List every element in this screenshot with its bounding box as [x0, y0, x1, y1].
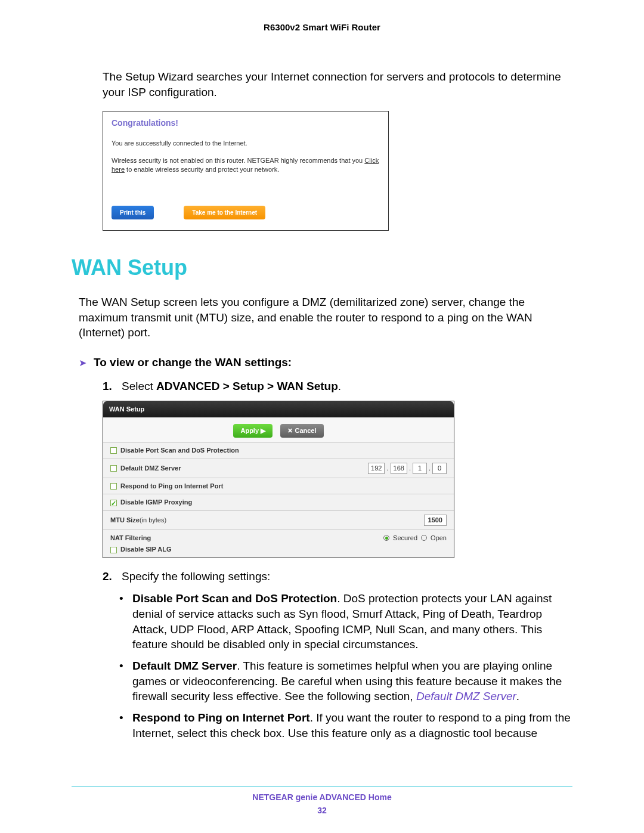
wan-setup-screenshot: WAN Setup Apply ▶ ✕ Cancel Disable Port …	[103, 401, 454, 558]
task-arrow-icon: ➤	[79, 355, 86, 370]
disable-port-scan-label: Disable Port Scan and DoS Protection	[120, 447, 239, 454]
step-2-text: Specify the following settings:	[122, 569, 270, 584]
disable-port-scan-checkbox[interactable]	[110, 447, 117, 454]
task-heading: To view or change the WAN settings:	[94, 355, 292, 370]
nat-filtering-label: NAT Filtering	[110, 534, 172, 543]
bullet-2: Default DMZ Server. This feature is some…	[132, 658, 572, 704]
step-1-number: 1.	[103, 379, 114, 394]
disable-sip-alg-checkbox[interactable]	[110, 547, 117, 553]
apply-button[interactable]: Apply ▶	[233, 424, 273, 438]
product-header: R6300v2 Smart WiFi Router	[72, 21, 572, 33]
congrats-security-text: Wireless security is not enabled on this…	[112, 156, 380, 174]
wan-intro-paragraph: The WAN Setup screen lets you configure …	[79, 295, 572, 340]
disable-igmp-label: Disable IGMP Proxying	[120, 498, 192, 506]
footer-title: NETGEAR genie ADVANCED Home	[0, 792, 644, 803]
step-1-text: Select ADVANCED > Setup > WAN Setup.	[122, 379, 341, 394]
default-dmz-server-link[interactable]: Default DMZ Server	[416, 690, 516, 702]
mtu-size-input[interactable]: 1500	[424, 515, 447, 526]
take-me-internet-button[interactable]: Take me to the Internet	[184, 206, 265, 220]
bullet-3: Respond to Ping on Internet Port. If you…	[132, 710, 572, 741]
nat-secured-radio[interactable]	[383, 535, 389, 541]
disable-sip-alg-label: Disable SIP ALG	[120, 546, 172, 553]
footer-page-number: 32	[0, 805, 644, 816]
congrats-dialog: Congratulations! You are successfully co…	[103, 111, 389, 231]
bullet-icon: •	[119, 710, 125, 741]
respond-ping-label: Respond to Ping on Internet Port	[120, 482, 223, 490]
congrats-title: Congratulations!	[112, 117, 380, 129]
wan-setup-heading: WAN Setup	[72, 253, 572, 283]
cancel-button[interactable]: ✕ Cancel	[280, 424, 323, 438]
dmz-ip-input[interactable]: 192. 168. 1. 0	[368, 463, 447, 474]
wan-setup-titlebar: WAN Setup	[103, 401, 454, 417]
bullet-icon: •	[119, 658, 125, 704]
print-this-button[interactable]: Print this	[112, 206, 154, 220]
bullet-1: Disable Port Scan and DoS Protection. Do…	[132, 591, 572, 652]
nat-open-radio[interactable]	[421, 535, 427, 541]
intro-paragraph: The Setup Wizard searches your Internet …	[103, 69, 572, 100]
mtu-size-label: MTU Size	[110, 516, 140, 524]
footer-separator	[72, 786, 572, 786]
default-dmz-checkbox[interactable]	[110, 465, 117, 472]
bullet-icon: •	[119, 591, 125, 652]
congrats-connected-text: You are successfully connected to the In…	[112, 139, 380, 148]
respond-ping-checkbox[interactable]	[110, 483, 117, 490]
disable-igmp-checkbox[interactable]	[110, 500, 117, 506]
step-2-number: 2.	[103, 569, 114, 584]
default-dmz-label: Default DMZ Server	[120, 465, 181, 472]
